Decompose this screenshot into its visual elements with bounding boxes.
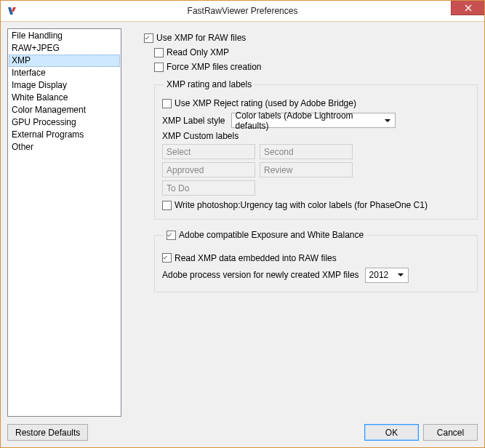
sidebar-item-color-management[interactable]: Color Management bbox=[9, 104, 120, 116]
close-icon bbox=[465, 4, 472, 12]
use-xmp-checkbox[interactable] bbox=[144, 33, 153, 43]
sidebar-item-file-handling[interactable]: File Handling bbox=[9, 30, 120, 42]
dialog-body: File HandlingRAW+JPEGXMPInterfaceImage D… bbox=[1, 22, 484, 421]
force-create-checkbox[interactable] bbox=[154, 63, 164, 72]
use-reject-checkbox[interactable] bbox=[162, 99, 172, 108]
app-icon bbox=[7, 5, 18, 17]
titlebar: FastRawViewer Preferences bbox=[1, 1, 484, 22]
custom-label-5[interactable]: To Do bbox=[162, 180, 255, 196]
use-xmp-row[interactable]: Use XMP for RAW files bbox=[144, 33, 478, 43]
adobe-compat-legend: Adobe compatible Exposure and White Bala… bbox=[164, 230, 366, 241]
custom-label-4[interactable]: Review bbox=[260, 162, 353, 177]
adobe-compat-checkbox[interactable] bbox=[167, 231, 176, 240]
custom-label-2[interactable]: Second bbox=[260, 144, 353, 159]
use-reject-label: Use XMP Reject rating (used by Adobe Bri… bbox=[175, 98, 356, 108]
close-button[interactable] bbox=[451, 1, 484, 15]
custom-labels-caption: XMP Custom labels bbox=[162, 131, 470, 141]
write-urgency-row[interactable]: Write photoshop:Urgency tag with color l… bbox=[162, 200, 470, 210]
sidebar-item-other[interactable]: Other bbox=[9, 141, 120, 153]
force-create-label: Force XMP files creation bbox=[167, 62, 262, 72]
read-embedded-checkbox[interactable] bbox=[162, 253, 172, 263]
label-style-value: Color labels (Adobe Lightroom defaults) bbox=[236, 111, 382, 131]
preferences-window: FastRawViewer Preferences File HandlingR… bbox=[0, 0, 485, 448]
rating-labels-group: XMP rating and labels Use XMP Reject rat… bbox=[154, 79, 478, 220]
force-create-row[interactable]: Force XMP files creation bbox=[154, 62, 478, 72]
custom-labels-row1: Select Second bbox=[162, 144, 470, 159]
label-style-combo[interactable]: Color labels (Adobe Lightroom defaults) bbox=[231, 113, 396, 128]
chevron-down-icon bbox=[382, 115, 393, 126]
checkmark-icon bbox=[167, 231, 172, 239]
checkmark-icon bbox=[163, 254, 167, 262]
read-embedded-row[interactable]: Read XMP data embedded into RAW files bbox=[162, 253, 470, 263]
sidebar-item-white-balance[interactable]: White Balance bbox=[9, 92, 120, 104]
xmp-panel: Use XMP for RAW files Read Only XMP Forc… bbox=[128, 28, 478, 417]
sidebar-item-gpu-processing[interactable]: GPU Processing bbox=[9, 116, 120, 129]
label-style-row: XMP Label style Color labels (Adobe Ligh… bbox=[162, 113, 470, 128]
sidebar-item-image-display[interactable]: Image Display bbox=[9, 79, 120, 92]
read-only-checkbox[interactable] bbox=[154, 48, 164, 57]
custom-label-1[interactable]: Select bbox=[162, 144, 255, 159]
adobe-compat-group: Adobe compatible Exposure and White Bala… bbox=[154, 230, 478, 292]
process-version-row: Adobe process version for newly created … bbox=[162, 268, 470, 283]
read-embedded-label: Read XMP data embedded into RAW files bbox=[175, 253, 337, 263]
restore-defaults-button[interactable]: Restore Defaults bbox=[7, 424, 88, 441]
chevron-down-icon bbox=[396, 270, 406, 281]
sidebar-item-interface[interactable]: Interface bbox=[9, 67, 120, 79]
process-version-value: 2012 bbox=[369, 270, 389, 280]
dialog-footer: Restore Defaults OK Cancel bbox=[1, 421, 484, 447]
write-urgency-label: Write photoshop:Urgency tag with color l… bbox=[175, 200, 428, 210]
sidebar-item-external-programs[interactable]: External Programs bbox=[9, 129, 120, 141]
custom-label-3[interactable]: Approved bbox=[162, 162, 255, 177]
category-list[interactable]: File HandlingRAW+JPEGXMPInterfaceImage D… bbox=[7, 28, 121, 417]
label-style-caption: XMP Label style bbox=[162, 116, 225, 126]
read-only-row[interactable]: Read Only XMP bbox=[154, 47, 478, 57]
checkmark-icon bbox=[145, 34, 149, 42]
custom-labels-row3: To Do bbox=[162, 180, 470, 196]
sidebar-item-xmp[interactable]: XMP bbox=[9, 55, 120, 67]
use-xmp-label: Use XMP for RAW files bbox=[156, 33, 246, 43]
rating-labels-legend: XMP rating and labels bbox=[164, 79, 254, 89]
use-reject-row[interactable]: Use XMP Reject rating (used by Adobe Bri… bbox=[162, 98, 470, 108]
read-only-label: Read Only XMP bbox=[167, 47, 229, 57]
adobe-compat-label: Adobe compatible Exposure and White Bala… bbox=[179, 230, 364, 240]
ok-button[interactable]: OK bbox=[364, 424, 419, 441]
sidebar-item-raw-jpeg[interactable]: RAW+JPEG bbox=[9, 42, 120, 55]
cancel-button[interactable]: Cancel bbox=[423, 424, 478, 441]
custom-labels-row2: Approved Review bbox=[162, 162, 470, 177]
process-version-combo[interactable]: 2012 bbox=[365, 268, 409, 283]
write-urgency-checkbox[interactable] bbox=[162, 201, 172, 210]
process-version-caption: Adobe process version for newly created … bbox=[162, 270, 359, 280]
window-title: FastRawViewer Preferences bbox=[1, 6, 484, 16]
